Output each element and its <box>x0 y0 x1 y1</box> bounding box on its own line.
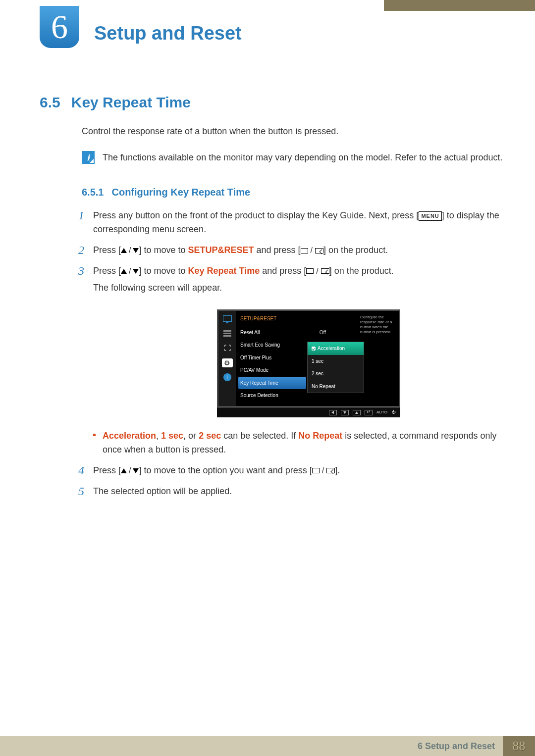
list-icon <box>222 329 233 338</box>
step-text: The selected option will be applied. <box>93 485 505 499</box>
note-text: The functions available on the monitor m… <box>103 151 502 164</box>
chapter-header: 6 Setup and Reset <box>40 11 535 55</box>
osd-item-source: Source Detection <box>236 389 308 402</box>
section-heading: 6.5 Key Repeat Time <box>40 94 505 111</box>
footer-page-number: 88 <box>503 736 535 756</box>
gear-icon: ⚙ <box>222 358 233 367</box>
step-text: Press [/] to move to Key Repeat Time and… <box>93 264 505 457</box>
highlight: 1 sec <box>161 431 183 441</box>
step-4: 4 Press [/] to move to the option you wa… <box>74 464 505 478</box>
monitor-icon <box>222 314 233 323</box>
osd-right-panel: Configure the response rate of a button … <box>308 311 399 406</box>
subsection-number: 6.5.1 <box>82 187 104 198</box>
osd-item-pcav: PC/AV Mode <box>236 364 308 377</box>
step-text: Press any button on the front of the pro… <box>93 209 505 237</box>
osd-footer-up-icon <box>353 410 361 415</box>
osd-footer-left-icon <box>329 410 337 415</box>
text: ] to move to the option you want and pre… <box>139 465 312 475</box>
step-1: 1 Press any button on the front of the p… <box>74 209 505 237</box>
header-tab <box>384 0 535 11</box>
highlight: 2 sec <box>199 431 221 441</box>
osd-item-reset: Reset All <box>236 326 308 339</box>
check-icon <box>312 347 316 351</box>
bullet-note: Acceleration, 1 sec, or 2 sec can be sel… <box>93 429 505 457</box>
step-number: 4 <box>74 464 84 477</box>
chapter-number-badge: 6 <box>40 6 79 48</box>
step-number: 2 <box>74 244 84 256</box>
highlight: Acceleration <box>103 431 156 441</box>
text: , <box>156 431 161 441</box>
step-text: Press [/] to move to SETUP&RESET and pre… <box>93 244 505 257</box>
step-text: Press [/] to move to the option you want… <box>93 464 505 478</box>
step-2: 2 Press [/] to move to SETUP&RESET and p… <box>74 244 505 257</box>
osd-footer-auto: AUTO <box>376 409 387 415</box>
note-icon: ℹ <box>82 151 95 164</box>
bullet-icon <box>93 434 96 436</box>
confirm-enter-icon: / <box>312 465 335 477</box>
highlight: SETUP&RESET <box>188 245 254 255</box>
confirm-enter-icon: / <box>306 265 329 278</box>
note-row: ℹ The functions available on the monitor… <box>82 151 505 164</box>
text: Press [ <box>93 245 121 255</box>
page-content: 6.5 Key Repeat Time Control the response… <box>40 94 505 505</box>
text: , or <box>183 431 199 441</box>
chapter-title: Setup and Reset <box>94 23 242 44</box>
section-number: 6.5 <box>40 94 60 111</box>
text: can be selected. If <box>221 431 298 441</box>
up-down-icon: / <box>121 265 139 278</box>
osd-main-list: SETUP&RESET Reset All Smart Eco Saving O… <box>236 311 308 406</box>
osd-submenu-accel: Acceleration <box>308 342 364 355</box>
highlight: No Repeat <box>298 431 342 441</box>
step-number: 1 <box>74 209 84 222</box>
text: The following screen will appear. <box>93 283 222 293</box>
text: and press [ <box>254 245 301 255</box>
highlight: Key Repeat Time <box>188 266 260 276</box>
up-down-icon: / <box>121 465 139 477</box>
step-number: 3 <box>74 264 84 277</box>
page-footer: 6 Setup and Reset 88 <box>0 736 535 756</box>
osd-description: Configure the response rate of a button … <box>360 315 396 335</box>
osd-footer-down-icon <box>341 410 349 415</box>
resize-icon: ⛶ <box>222 344 233 353</box>
section-title: Key Repeat Time <box>71 94 191 111</box>
text: Press [ <box>93 266 121 276</box>
osd-item-eco: Smart Eco Saving <box>236 339 308 352</box>
section-intro: Control the response rate of a button wh… <box>82 125 505 138</box>
footer-chapter-ref: 6 Setup and Reset <box>418 736 503 756</box>
osd-submenu-1sec: 1 sec <box>308 355 364 368</box>
osd-submenu: Acceleration 1 sec 2 sec No Repeat <box>307 342 364 393</box>
text: ] to move to <box>139 266 188 276</box>
up-down-icon: / <box>121 245 139 257</box>
osd-item-key-repeat: Key Repeat Time <box>238 377 306 390</box>
text: ] to move to <box>139 245 188 255</box>
subsection-title: Configuring Key Repeat Time <box>111 187 250 198</box>
osd-footer: ↵ AUTO ⏻ <box>217 407 400 417</box>
osd-submenu-2sec: 2 sec <box>308 367 364 380</box>
step-number: 5 <box>74 485 84 498</box>
osd-screenshot: ⛶ ⚙ i SETUP&RESET Reset All Smart Eco Sa… <box>217 309 400 417</box>
step-3: 3 Press [/] to move to Key Repeat Time a… <box>74 264 505 457</box>
subsection-heading: 6.5.1 Configuring Key Repeat Time <box>82 187 505 198</box>
info-icon: i <box>223 373 231 381</box>
osd-menu-title: SETUP&RESET <box>236 313 308 326</box>
osd-footer-enter-icon: ↵ <box>365 410 373 415</box>
confirm-enter-icon: / <box>301 245 323 257</box>
steps-list: 1 Press any button on the front of the p… <box>74 209 505 499</box>
osd-submenu-norepeat: No Repeat <box>308 380 364 393</box>
osd-footer-power-icon: ⏻ <box>391 409 395 415</box>
text: Press [ <box>93 465 121 475</box>
text: Press any button on the front of the pro… <box>93 210 419 220</box>
osd-sidebar: ⛶ ⚙ i <box>218 311 236 406</box>
menu-button-icon: MENU <box>419 211 441 221</box>
step-5: 5 The selected option will be applied. <box>74 485 505 499</box>
osd-item-timer: Off Timer Plus <box>236 352 308 364</box>
text: ] on the product. <box>323 245 388 255</box>
text: ] on the product. <box>329 266 394 276</box>
text: ]. <box>335 465 340 475</box>
osd-menu: ⛶ ⚙ i SETUP&RESET Reset All Smart Eco Sa… <box>217 309 400 407</box>
text: and press [ <box>260 266 306 276</box>
